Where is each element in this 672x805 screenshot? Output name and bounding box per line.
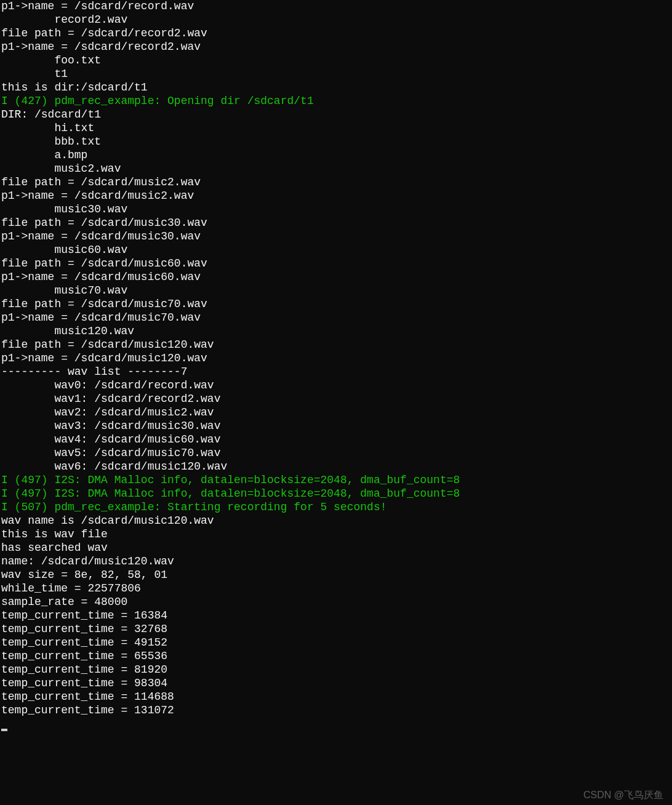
terminal-line: I (507) pdm_rec_example: Starting record… [1, 501, 671, 515]
terminal-line: wav6: /sdcard/music120.wav [1, 460, 671, 474]
terminal-line: I (497) I2S: DMA Malloc info, datalen=bl… [1, 474, 671, 487]
terminal-line: wav size = 8e, 82, 58, 01 [1, 569, 671, 582]
terminal-line: file path = /sdcard/music60.wav [1, 257, 671, 271]
terminal-cursor-line [1, 718, 671, 731]
terminal-line: while_time = 22577806 [1, 582, 671, 596]
terminal-line: wav4: /sdcard/music60.wav [1, 433, 671, 447]
terminal-line: p1->name = /sdcard/record2.wav [1, 41, 671, 54]
terminal-output: p1->name = /sdcard/record.wav record2.wa… [0, 0, 672, 731]
terminal-line: p1->name = /sdcard/record.wav [1, 0, 671, 14]
terminal-line: I (497) I2S: DMA Malloc info, datalen=bl… [1, 487, 671, 501]
terminal-line: wav5: /sdcard/music70.wav [1, 447, 671, 460]
terminal-line: has searched wav [1, 542, 671, 555]
terminal-line: temp_current_time = 114688 [1, 691, 671, 704]
terminal-line: file path = /sdcard/music120.wav [1, 338, 671, 352]
terminal-line: wav3: /sdcard/music30.wav [1, 420, 671, 433]
terminal-line: wav2: /sdcard/music2.wav [1, 406, 671, 420]
terminal-line: temp_current_time = 65536 [1, 650, 671, 663]
terminal-line: temp_current_time = 81920 [1, 663, 671, 677]
terminal-line: this is dir:/sdcard/t1 [1, 81, 671, 95]
terminal-line: file path = /sdcard/music70.wav [1, 298, 671, 311]
terminal-line: p1->name = /sdcard/music60.wav [1, 271, 671, 284]
terminal-line: sample_rate = 48000 [1, 596, 671, 609]
terminal-line: t1 [1, 68, 671, 81]
terminal-line: music70.wav [1, 284, 671, 298]
terminal-line: wav1: /sdcard/record2.wav [1, 393, 671, 406]
terminal-line: temp_current_time = 98304 [1, 677, 671, 691]
terminal-line: foo.txt [1, 54, 671, 68]
terminal-line: DIR: /sdcard/t1 [1, 108, 671, 122]
terminal-line: music30.wav [1, 203, 671, 217]
terminal-line: temp_current_time = 16384 [1, 609, 671, 623]
terminal-line: music60.wav [1, 244, 671, 257]
terminal-line: hi.txt [1, 122, 671, 135]
terminal-line: file path = /sdcard/music30.wav [1, 217, 671, 230]
watermark-text: CSDN @飞鸟厌鱼 [583, 789, 663, 801]
terminal-line: bbb.txt [1, 135, 671, 149]
terminal-line: p1->name = /sdcard/music30.wav [1, 230, 671, 244]
terminal-line: --------- wav list --------7 [1, 366, 671, 379]
cursor-icon [1, 729, 7, 731]
terminal-line: a.bmp [1, 149, 671, 162]
terminal-line: p1->name = /sdcard/music70.wav [1, 311, 671, 325]
terminal-line: music2.wav [1, 162, 671, 176]
terminal-line: name: /sdcard/music120.wav [1, 555, 671, 569]
terminal-line: this is wav file [1, 528, 671, 542]
terminal-line: p1->name = /sdcard/music2.wav [1, 190, 671, 203]
terminal-line: temp_current_time = 49152 [1, 636, 671, 650]
terminal-line: temp_current_time = 32768 [1, 623, 671, 636]
terminal-line: file path = /sdcard/record2.wav [1, 27, 671, 41]
terminal-line: record2.wav [1, 14, 671, 27]
terminal-line: p1->name = /sdcard/music120.wav [1, 352, 671, 366]
terminal-line: I (427) pdm_rec_example: Opening dir /sd… [1, 95, 671, 108]
terminal-line: wav0: /sdcard/record.wav [1, 379, 671, 393]
terminal-line: music120.wav [1, 325, 671, 338]
terminal-line: temp_current_time = 131072 [1, 704, 671, 718]
terminal-line: wav name is /sdcard/music120.wav [1, 515, 671, 528]
terminal-line: file path = /sdcard/music2.wav [1, 176, 671, 190]
